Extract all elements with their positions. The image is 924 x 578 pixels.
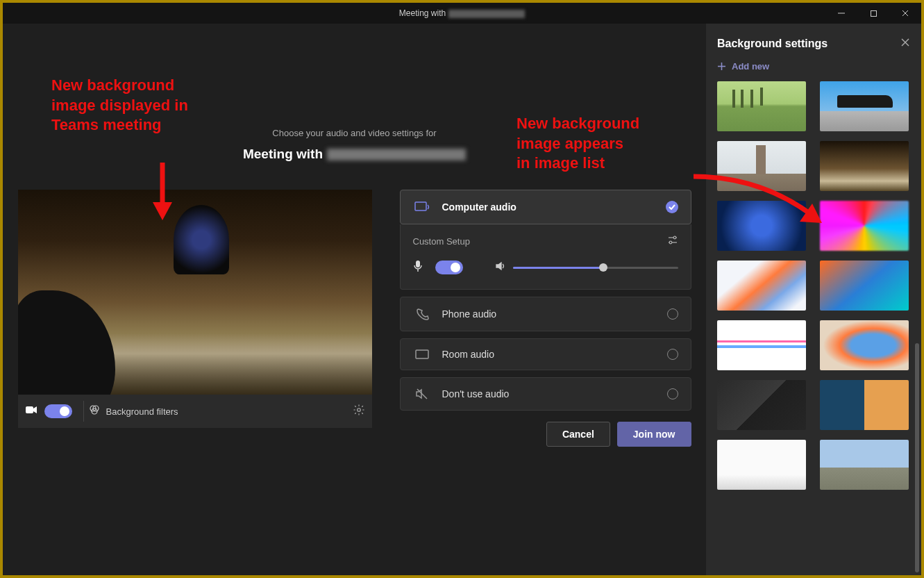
titlebar: Meeting with [3,3,921,24]
mic-toggle-group [413,260,470,275]
background-filters-label[interactable]: Background filters [106,406,178,417]
radio-unchecked [667,388,678,399]
svg-rect-1 [871,10,876,16]
cancel-button[interactable]: Cancel [546,422,610,447]
annotation-right: New backgroundimage appearsin image list [516,114,639,174]
bg-thumb-abstract-paint[interactable] [820,201,909,251]
custom-setup-label[interactable]: Custom Setup [413,236,470,247]
action-row: Cancel Join now [400,422,691,447]
audio-column: Computer audio Custom Setup [400,190,691,447]
custom-setup-panel: Custom Setup [400,224,691,290]
redacted-name [448,10,525,18]
preview-controls-bar: Background filters [18,395,372,428]
prejoin-area: New backgroundimage displayed inTeams me… [3,24,706,575]
computer-audio-label: Computer audio [442,201,666,213]
sliders-icon[interactable] [667,236,678,247]
close-panel-button[interactable] [900,38,910,50]
bg-thumb-monument-statue[interactable] [820,440,909,490]
annotation-left: New backgroundimage displayed inTeams me… [51,76,188,135]
svg-rect-17 [416,261,420,267]
maximize-button[interactable] [857,3,889,24]
volume-slider[interactable] [513,267,678,269]
bg-thumb-blue-orb[interactable] [717,201,806,251]
svg-rect-18 [416,350,428,358]
meeting-title: Meeting with [17,147,692,162]
microphone-icon [413,260,423,275]
minimize-button[interactable] [825,3,857,24]
main-area: New backgroundimage displayed inTeams me… [3,24,921,575]
camera-icon [25,405,37,418]
audio-option-room[interactable]: Room audio [400,338,691,370]
background-thumbnails-grid [717,81,910,490]
bg-thumb-cathedral-interior[interactable] [820,141,909,191]
bg-thumb-color-swatches[interactable] [717,320,806,370]
volume-row [495,261,678,274]
bg-thumb-dark-blocks[interactable] [717,380,806,430]
audio-option-phone[interactable]: Phone audio [400,297,691,331]
settings-button[interactable] [353,404,365,419]
redacted-name [327,149,466,160]
bg-thumb-white-gallery[interactable] [717,440,806,490]
phone-audio-label: Phone audio [442,308,667,320]
window-controls [825,3,921,24]
room-audio-label: Room audio [442,349,667,360]
svg-line-19 [417,389,427,399]
selected-check-icon [666,201,678,213]
svg-point-14 [673,236,676,239]
room-icon [413,349,431,360]
mic-toggle[interactable] [435,261,463,274]
add-new-button[interactable]: Add new [717,61,910,72]
computer-audio-icon [413,200,431,214]
bg-thumb-virtual-room[interactable] [820,380,909,430]
phone-icon [413,307,431,321]
video-column: Background filters [18,190,372,428]
bg-thumb-blue-fold[interactable] [820,320,909,370]
camera-toggle[interactable] [44,404,72,418]
window-title: Meeting with [399,8,525,18]
audio-option-computer[interactable]: Computer audio [400,190,691,224]
panel-scrollbar[interactable] [915,343,919,572]
bg-thumb-parliament-building[interactable] [717,141,806,191]
svg-point-16 [669,241,672,244]
choose-settings-label: Choose your audio and video settings for [17,128,692,138]
radio-unchecked [667,349,678,360]
background-settings-panel: Background settings Add new [706,24,921,575]
svg-rect-7 [26,406,33,413]
bg-thumb-data-stream[interactable] [820,261,909,311]
close-button[interactable] [889,3,921,24]
panel-title: Background settings [717,38,828,50]
no-audio-icon [413,388,431,400]
divider [83,401,84,422]
no-audio-label: Don't use audio [442,388,667,399]
svg-point-11 [357,408,360,412]
join-now-button[interactable]: Join now [617,422,691,447]
add-new-label: Add new [732,61,769,72]
audio-option-none[interactable]: Don't use audio [400,377,691,411]
svg-rect-12 [415,202,426,210]
video-preview [18,190,372,395]
bg-thumb-airplane-runway[interactable] [820,81,909,131]
bg-thumb-orange-curve[interactable] [717,261,806,311]
radio-unchecked [667,308,678,320]
bg-thumb-park-trees[interactable] [717,81,806,131]
filters-icon[interactable] [88,404,101,419]
speaker-icon [495,261,506,274]
